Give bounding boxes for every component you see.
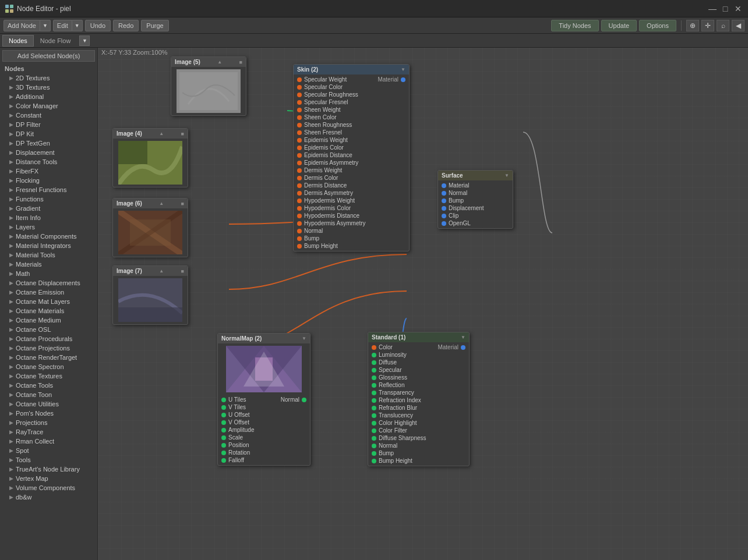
sidebar-item-material-tools[interactable]: ▶Material Tools xyxy=(0,250,97,260)
port-dot[interactable] xyxy=(442,206,446,211)
sidebar-item-fresnel-functions[interactable]: ▶Fresnel Functions xyxy=(0,185,97,194)
add-node-button[interactable]: Add Node xyxy=(3,20,40,31)
surface-expand[interactable]: ▼ xyxy=(504,173,509,178)
image7-node[interactable]: Image (7) ▲ ■ xyxy=(112,265,188,325)
undo-button[interactable]: Undo xyxy=(85,20,111,31)
port-dot[interactable] xyxy=(221,451,226,455)
image7-close[interactable]: ■ xyxy=(181,268,184,274)
port-dot[interactable] xyxy=(372,391,376,395)
image5-collapse[interactable]: ▲ xyxy=(217,59,222,65)
surface-header[interactable]: Surface ▼ xyxy=(438,171,513,180)
port-dot[interactable] xyxy=(372,345,376,350)
tidy-nodes-button[interactable]: Tidy Nodes xyxy=(551,20,598,31)
sidebar-item-octane-toon[interactable]: ▶Octane Toon xyxy=(0,390,97,399)
port-dot[interactable] xyxy=(372,428,376,433)
sidebar-item-flocking[interactable]: ▶Flocking xyxy=(0,176,97,185)
sidebar-item-3d-textures[interactable]: ▶3D Textures xyxy=(0,83,97,92)
port-dot[interactable] xyxy=(372,436,376,441)
port-dot[interactable] xyxy=(372,451,376,456)
port-dot[interactable] xyxy=(297,161,302,165)
edit-arrow[interactable]: ▼ xyxy=(72,20,83,31)
port-dot[interactable] xyxy=(221,435,226,440)
sidebar-item-dp-kit[interactable]: ▶DP Kit xyxy=(0,129,97,139)
port-dot[interactable] xyxy=(297,115,302,120)
add-node-dropdown[interactable]: Add Node ▼ xyxy=(3,20,51,31)
purge-button[interactable]: Purge xyxy=(141,20,168,31)
sidebar-item-displacement[interactable]: ▶Displacement xyxy=(0,148,97,157)
port-dot[interactable] xyxy=(372,413,376,418)
port-dot[interactable] xyxy=(297,138,302,143)
standard1-node[interactable]: Standard (1) ▼ Color Material Luminosity… xyxy=(368,332,470,466)
sidebar-item-octane-displacements[interactable]: ▶Octane Displacements xyxy=(0,278,97,288)
port-dot[interactable] xyxy=(297,168,302,173)
sidebar-item-db&w[interactable]: ▶db&w xyxy=(0,492,97,502)
image5-header[interactable]: Image (5) ▲ ■ xyxy=(171,57,246,67)
normalmap2-node[interactable]: NormalMap (2) ▼ U Tiles Normal V Tiles xyxy=(217,333,311,466)
port-dot[interactable] xyxy=(297,214,302,218)
target-icon[interactable]: ⊕ xyxy=(686,20,699,31)
normalmap2-header[interactable]: NormalMap (2) ▼ xyxy=(218,334,310,343)
sidebar-item-rman-collect[interactable]: ▶Rman Collect xyxy=(0,437,97,446)
sidebar-item-projections[interactable]: ▶Projections xyxy=(0,418,97,427)
image5-node[interactable]: Image (5) ▲ ■ xyxy=(171,56,246,116)
sidebar-item-2d-textures[interactable]: ▶2D Textures xyxy=(0,73,97,83)
sidebar-item-octane-osl[interactable]: ▶Octane OSL xyxy=(0,325,97,334)
port-dot[interactable] xyxy=(297,153,302,158)
sidebar-item-volume-components[interactable]: ▶Volume Components xyxy=(0,483,97,492)
port-dot[interactable] xyxy=(297,93,302,97)
edit-button[interactable]: Edit xyxy=(53,20,72,31)
sidebar-item-pom's-nodes[interactable]: ▶Pom's Nodes xyxy=(0,409,97,418)
add-node-arrow[interactable]: ▼ xyxy=(40,20,51,31)
output-dot[interactable] xyxy=(461,345,465,350)
close-button[interactable]: ✕ xyxy=(733,3,743,14)
port-dot[interactable] xyxy=(221,443,226,448)
sidebar-item-item-info[interactable]: ▶Item Info xyxy=(0,213,97,222)
port-dot[interactable] xyxy=(297,236,302,241)
sidebar-item-trueart's-node-library[interactable]: ▶TrueArt's Node Library xyxy=(0,465,97,474)
normalmap2-collapse[interactable]: ▼ xyxy=(302,336,306,341)
sidebar-item-dp-textgen[interactable]: ▶DP TextGen xyxy=(0,139,97,148)
port-dot[interactable] xyxy=(442,214,446,218)
sidebar-item-octane-rendertarget[interactable]: ▶Octane RenderTarget xyxy=(0,353,97,362)
port-dot[interactable] xyxy=(297,183,302,188)
port-dot[interactable] xyxy=(297,229,302,233)
tab-nodes[interactable]: Nodes xyxy=(2,35,34,47)
sidebar-item-octane-spectron[interactable]: ▶Octane Spectron xyxy=(0,362,97,371)
image6-collapse[interactable]: ▲ xyxy=(159,201,164,206)
sidebar-item-octane-tools[interactable]: ▶Octane Tools xyxy=(0,381,97,390)
maximize-button[interactable]: □ xyxy=(720,3,731,14)
sidebar-item-gradient[interactable]: ▶Gradient xyxy=(0,204,97,213)
sidebar-item-materials[interactable]: ▶Materials xyxy=(0,260,97,269)
port-dot[interactable] xyxy=(372,360,376,365)
skin2-collapse[interactable]: ▼ xyxy=(401,67,405,72)
search-icon[interactable]: ⌕ xyxy=(717,20,729,31)
edit-dropdown[interactable]: Edit ▼ xyxy=(53,20,83,31)
skin2-header[interactable]: Skin (2) ▼ xyxy=(294,65,409,75)
port-dot[interactable] xyxy=(221,420,226,425)
sidebar-item-octane-medium[interactable]: ▶Octane Medium xyxy=(0,316,97,325)
port-dot[interactable] xyxy=(297,85,302,90)
port-dot[interactable] xyxy=(372,383,376,388)
standard1-header[interactable]: Standard (1) ▼ xyxy=(368,332,469,342)
port-dot[interactable] xyxy=(297,77,302,82)
port-dot[interactable] xyxy=(372,459,376,463)
sidebar-item-constant[interactable]: ▶Constant xyxy=(0,111,97,120)
minimize-button[interactable]: — xyxy=(707,3,718,14)
canvas-area[interactable]: X:-57 Y:33 Zoom:100% Image (5) ▲ ■ xyxy=(98,48,748,560)
sidebar-item-octane-mat-layers[interactable]: ▶Octane Mat Layers xyxy=(0,297,97,306)
sidebar-item-spot[interactable]: ▶Spot xyxy=(0,446,97,455)
image5-close[interactable]: ■ xyxy=(239,59,242,65)
output-dot[interactable] xyxy=(302,398,306,402)
image7-header[interactable]: Image (7) ▲ ■ xyxy=(113,266,188,276)
port-dot[interactable] xyxy=(297,206,302,211)
image6-node[interactable]: Image (6) ▲ ■ xyxy=(112,198,188,257)
port-dot[interactable] xyxy=(372,421,376,426)
sidebar-item-octane-utilities[interactable]: ▶Octane Utilities xyxy=(0,399,97,409)
collapse-icon[interactable]: ◀ xyxy=(732,20,745,31)
sidebar-item-raytrace[interactable]: ▶RayTrace xyxy=(0,427,97,437)
port-dot[interactable] xyxy=(297,244,302,249)
port-dot[interactable] xyxy=(372,375,376,380)
image4-close[interactable]: ■ xyxy=(181,131,184,137)
surface-node[interactable]: Surface ▼ Material Normal Bump Displacem… xyxy=(437,170,513,229)
update-button[interactable]: Update xyxy=(601,20,637,31)
